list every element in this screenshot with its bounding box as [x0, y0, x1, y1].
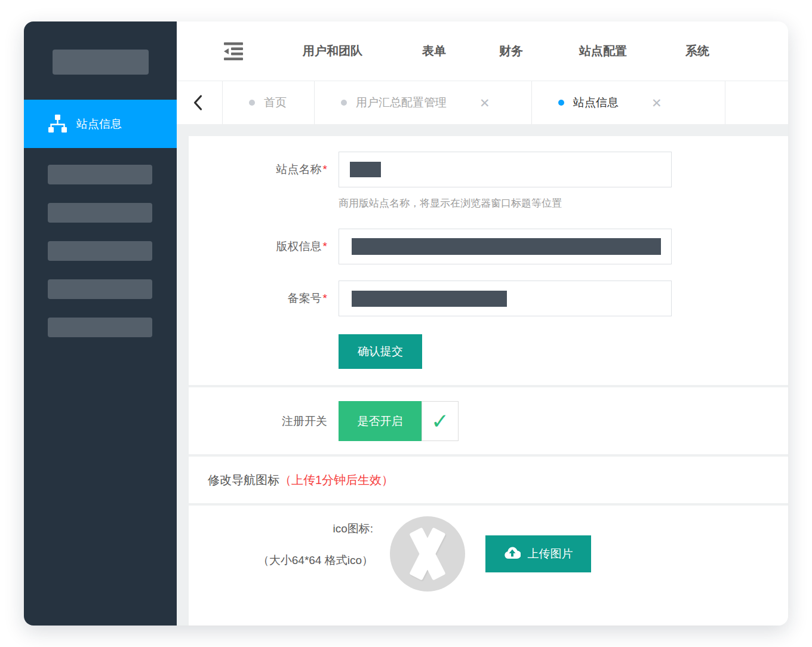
site-name-label: 站点名称*	[189, 152, 327, 187]
site-name-input[interactable]	[339, 152, 672, 187]
ico-upload-section: ico图标: （大小64*64 格式ico） 上传图片	[189, 506, 788, 626]
copyright-input[interactable]	[339, 229, 672, 264]
nav-item-finance[interactable]: 财务	[499, 21, 523, 81]
top-navbar: 用户和团队 表单 财务 站点配置 系统	[177, 21, 788, 81]
site-info-form-section: 站点名称* 商用版站点名称，将显示在浏览器窗口标题等位置 版权信息* 备案号*	[189, 136, 788, 385]
sidebar-item-placeholder[interactable]	[48, 279, 152, 299]
logo-placeholder	[53, 50, 149, 75]
sidebar: 站点信息	[24, 21, 177, 626]
tab-label: 站点信息	[573, 95, 619, 110]
record-number-label: 备案号*	[189, 281, 327, 316]
menu-fold-icon[interactable]	[224, 42, 243, 60]
nav-item-site-config[interactable]: 站点配置	[579, 21, 627, 81]
register-switch-section: 注册开关 是否开启 ✓	[189, 387, 788, 454]
tab-site-info[interactable]: 站点信息 ✕	[531, 81, 725, 124]
sitemap-icon	[48, 115, 67, 133]
ico-label: ico图标:	[189, 521, 373, 537]
screenshot-canvas: 站点信息	[0, 0, 812, 647]
confirm-submit-button[interactable]: 确认提交	[339, 334, 422, 369]
close-icon[interactable]: ✕	[651, 97, 662, 109]
record-number-input[interactable]	[339, 281, 672, 316]
tab-user-summary-config[interactable]: 用户汇总配置管理 ✕	[314, 81, 531, 124]
nav-icon-notice: （上传1分钟后生效）	[279, 472, 393, 488]
back-chevron-icon[interactable]	[192, 81, 204, 124]
current-ico-preview	[390, 516, 465, 591]
redacted-value	[352, 238, 661, 255]
tab-home[interactable]: 首页	[222, 81, 314, 124]
tab-bar: 首页 用户汇总配置管理 ✕ 站点信息 ✕	[177, 81, 788, 124]
redacted-value	[350, 162, 381, 177]
cloud-upload-icon	[504, 546, 521, 562]
register-enabled-checkbox[interactable]: ✓	[422, 401, 459, 441]
tab-label: 用户汇总配置管理	[356, 95, 447, 110]
close-icon[interactable]: ✕	[479, 97, 490, 109]
sidebar-item-placeholder[interactable]	[48, 318, 152, 337]
sidebar-item-placeholder[interactable]	[48, 165, 152, 184]
nav-item-forms[interactable]: 表单	[422, 21, 446, 81]
sidebar-item-placeholder[interactable]	[48, 203, 152, 223]
tab-status-dot	[341, 100, 347, 106]
nav-item-system[interactable]: 系统	[685, 21, 709, 81]
required-asterisk: *	[323, 292, 327, 304]
nav-icon-header-section: 修改导航图标（上传1分钟后生效）	[189, 457, 788, 503]
ico-size-hint: （大小64*64 格式ico）	[189, 553, 373, 568]
main-area: 用户和团队 表单 财务 站点配置 系统 首页	[177, 21, 788, 626]
copyright-label: 版权信息*	[189, 229, 327, 264]
tab-status-dot	[558, 100, 564, 106]
check-icon: ✓	[431, 409, 449, 434]
app-window: 站点信息	[24, 21, 788, 626]
upload-image-button[interactable]: 上传图片	[485, 535, 591, 572]
content-area: 站点名称* 商用版站点名称，将显示在浏览器窗口标题等位置 版权信息* 备案号*	[177, 124, 788, 626]
nav-item-users-teams[interactable]: 用户和团队	[303, 21, 362, 81]
register-switch-label: 注册开关	[189, 401, 327, 441]
site-name-hint: 商用版站点名称，将显示在浏览器窗口标题等位置	[339, 196, 562, 210]
redacted-value	[352, 291, 507, 307]
nav-icon-title: 修改导航图标	[208, 472, 279, 488]
required-asterisk: *	[323, 240, 327, 252]
sidebar-item-site-info[interactable]: 站点信息	[24, 100, 177, 148]
sidebar-item-label: 站点信息	[76, 116, 122, 132]
register-toggle-button[interactable]: 是否开启	[339, 401, 422, 441]
tab-status-dot	[249, 100, 255, 106]
tab-list: 首页 用户汇总配置管理 ✕ 站点信息 ✕	[222, 81, 725, 124]
required-asterisk: *	[323, 163, 327, 175]
sidebar-item-placeholder[interactable]	[48, 241, 152, 261]
upload-button-label: 上传图片	[528, 546, 573, 562]
tab-label: 首页	[264, 95, 287, 110]
